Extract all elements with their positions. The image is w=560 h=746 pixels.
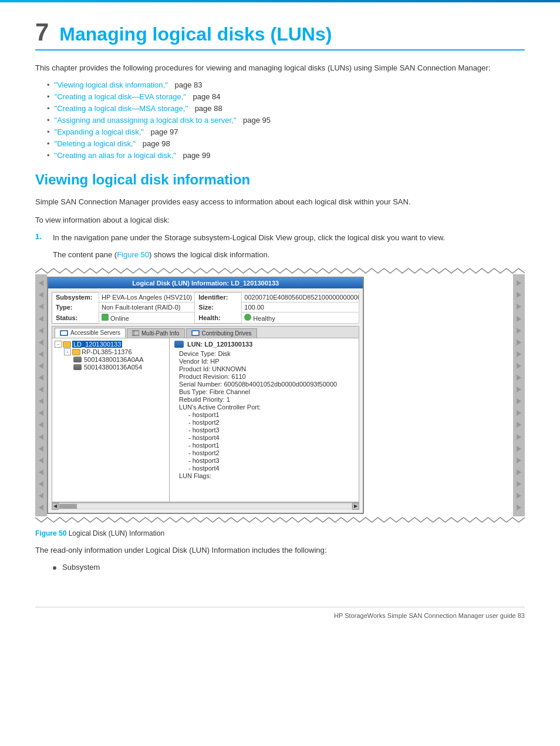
arrow-right-20 bbox=[517, 505, 521, 510]
step-number-1: 1. bbox=[35, 232, 47, 244]
arrow-right-19 bbox=[517, 493, 521, 499]
scroll-thumb[interactable] bbox=[59, 504, 77, 509]
tab-accessible-servers[interactable]: Accessible Servers bbox=[55, 328, 126, 338]
intro-paragraph: This chapter provides the following proc… bbox=[35, 62, 525, 75]
tab-bar: Accessible Servers Multi-Path Info bbox=[52, 326, 359, 338]
screenshot-wrapper: Logical Disk (LUN) Information: LD_12013… bbox=[35, 267, 525, 523]
arrow-left-1 bbox=[39, 280, 43, 286]
toc-item-3: "Creating a logical disk—MSA storage," p… bbox=[47, 104, 525, 113]
identifier-label: Identifier: bbox=[195, 293, 242, 303]
arrow-right-8 bbox=[517, 363, 521, 369]
section-para1: Simple SAN Connection Manager provides e… bbox=[35, 196, 525, 209]
tree-label-grandchild2[interactable]: 500143800136A054 bbox=[84, 364, 142, 371]
tab-contributing-drives[interactable]: Contributing Drives bbox=[186, 328, 257, 338]
tree-label-grandchild1[interactable]: 500143800136A0AA bbox=[84, 356, 144, 363]
side-arrows-left bbox=[35, 274, 47, 516]
toc-page-6: page 98 bbox=[143, 139, 170, 148]
arrow-left-12 bbox=[39, 410, 43, 416]
tree-item-grandchild1: 500143800136A0AA bbox=[73, 356, 167, 363]
figure-50-link[interactable]: Figure 50 bbox=[117, 250, 149, 259]
toc-page-1: page 83 bbox=[174, 80, 202, 89]
lun-vendor-id: Vendor Id: HP bbox=[174, 358, 354, 365]
arrow-left-8 bbox=[39, 363, 43, 369]
figure-label: Figure 50 bbox=[35, 529, 66, 537]
arrow-left-2 bbox=[39, 292, 43, 298]
folder-icon-root bbox=[63, 341, 71, 348]
toc-item-4: "Assigning and unassigning a logical dis… bbox=[47, 116, 525, 125]
size-value: 100.00 bbox=[242, 303, 359, 312]
split-pane: - LD_1201300133 - RP-DL385-11376 bbox=[52, 338, 359, 502]
toc-link-7[interactable]: "Creating an alias for a logical disk," bbox=[55, 151, 176, 160]
toc-link-6[interactable]: "Deleting a logical disk," bbox=[55, 139, 136, 148]
arrow-right-7 bbox=[517, 351, 521, 357]
tree-children-1: - RP-DL385-11376 500143800136A0AA bbox=[64, 348, 167, 371]
toc-link-2[interactable]: "Creating a logical disk—EVA storage," bbox=[55, 92, 186, 101]
chapter-heading: 7 Managing logical disks (LUNs) bbox=[35, 20, 525, 51]
toc-link-5[interactable]: "Expanding a logical disk," bbox=[55, 127, 144, 136]
type-label: Type: bbox=[52, 303, 99, 312]
footer-text: HP StorageWorks Simple SAN Connection Ma… bbox=[334, 612, 525, 619]
arrow-right-1 bbox=[517, 280, 521, 286]
lun-port-3: - hostport3 bbox=[174, 426, 354, 434]
horizontal-scrollbar[interactable]: ◀ ▶ bbox=[52, 502, 359, 509]
disk-icon-1 bbox=[73, 357, 82, 362]
arrow-left-13 bbox=[39, 422, 43, 428]
tree-expand-child1[interactable]: - bbox=[64, 348, 71, 355]
lun-port-5: - hostport1 bbox=[174, 442, 354, 449]
tree-pane: - LD_1201300133 - RP-DL385-11376 bbox=[52, 338, 170, 502]
toc-link-4[interactable]: "Assigning and unassigning a logical dis… bbox=[55, 116, 237, 125]
toc-link-3[interactable]: "Creating a logical disk—MSA storage," bbox=[55, 104, 188, 113]
lun-rebuild-priority: Rebuild Priority: 1 bbox=[174, 396, 354, 403]
lun-bus-type: Bus Type: Fibre Channel bbox=[174, 388, 354, 395]
after-figure-text: The read-only information under Logical … bbox=[35, 545, 525, 557]
lun-port-7: - hostport3 bbox=[174, 457, 354, 464]
subsystem-label: Subsystem: bbox=[52, 293, 99, 303]
tree-children-2: 500143800136A0AA 500143800136A054 bbox=[73, 356, 167, 371]
arrow-left-15 bbox=[39, 446, 43, 452]
lun-icon bbox=[174, 341, 184, 348]
identifier-value: 00200710E4080560D852100000000000F5S bbox=[242, 293, 359, 303]
lun-product-revision: Product Revision: 6110 bbox=[174, 373, 354, 380]
lun-port-4: - hostport4 bbox=[174, 434, 354, 441]
scroll-track[interactable] bbox=[59, 503, 352, 509]
lun-port-6: - hostport2 bbox=[174, 449, 354, 456]
status-value: Online bbox=[99, 312, 195, 324]
scroll-left-button[interactable]: ◀ bbox=[52, 503, 59, 510]
bullet-subsystem: Subsystem bbox=[53, 563, 525, 572]
arrow-left-18 bbox=[39, 481, 43, 487]
size-label: Size: bbox=[195, 303, 242, 312]
toc-item-7: "Creating an alias for a logical disk," … bbox=[47, 151, 525, 160]
arrow-right-10 bbox=[517, 387, 521, 392]
bullet-dot-1 bbox=[53, 566, 56, 570]
arrow-left-17 bbox=[39, 469, 43, 475]
arrow-left-3 bbox=[39, 304, 43, 310]
toc-list: "Viewing logical disk information," page… bbox=[47, 80, 525, 160]
zigzag-top bbox=[35, 267, 525, 274]
arrow-left-20 bbox=[39, 505, 43, 510]
arrow-right-5 bbox=[517, 328, 521, 334]
svg-rect-1 bbox=[61, 331, 67, 335]
zigzag-bottom bbox=[35, 516, 525, 523]
status-online-icon bbox=[102, 314, 109, 321]
toc-page-4: page 95 bbox=[243, 116, 271, 125]
lun-flags: LUN Flags: bbox=[174, 472, 354, 479]
page-footer: HP StorageWorks Simple SAN Connection Ma… bbox=[35, 607, 525, 619]
bullet-text-1: Subsystem bbox=[62, 563, 100, 572]
svg-rect-5 bbox=[193, 331, 198, 335]
lun-port-1: - hostport1 bbox=[174, 411, 354, 418]
section-heading: Viewing logical disk information bbox=[35, 172, 525, 188]
scroll-right-button[interactable]: ▶ bbox=[352, 503, 359, 510]
disk-icon-2 bbox=[73, 364, 82, 370]
tree-label-root[interactable]: LD_1201300133 bbox=[72, 341, 122, 348]
folder-icon-child1 bbox=[72, 349, 80, 355]
tab-multi-path[interactable]: Multi-Path Info bbox=[127, 328, 184, 338]
tree-expand-root[interactable]: - bbox=[55, 341, 62, 348]
window-titlebar: Logical Disk (LUN) Information: LD_12013… bbox=[48, 278, 363, 288]
lun-port-8: - hostport4 bbox=[174, 465, 354, 472]
toc-link-1[interactable]: "Viewing logical disk information," bbox=[55, 80, 168, 89]
info-row-3: Status: Online Health: Healthy bbox=[52, 312, 359, 324]
lun-active-controller: LUN's Active Controller Port: bbox=[174, 404, 354, 411]
tree-label-child1[interactable]: RP-DL385-11376 bbox=[82, 348, 132, 355]
arrow-right-13 bbox=[517, 422, 521, 428]
health-label: Health: bbox=[195, 312, 242, 324]
